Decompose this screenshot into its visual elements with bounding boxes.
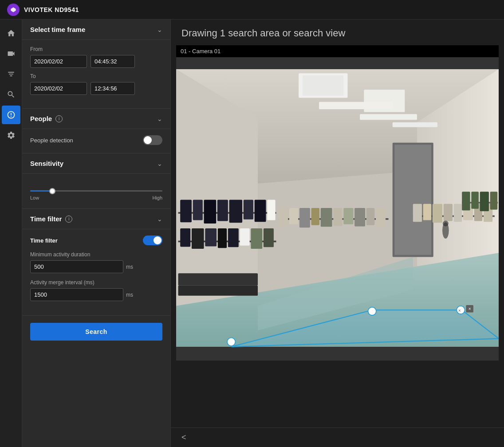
svg-rect-22 [267,200,275,220]
topbar: VIVOTEK ND9541 [0,0,504,20]
nav-camera[interactable] [2,44,20,63]
people-title: People [30,115,52,122]
svg-rect-48 [454,204,462,222]
merge-interval-label: Activity merge interval (ms) [30,279,162,286]
store-image: × × [176,57,499,359]
main-layout: Select time frame ⌄ From To People i ⌄ [0,20,504,447]
nav-playback[interactable] [2,65,20,83]
app-title: VIVOTEK ND9541 [24,6,79,13]
sensitivity-labels: Low High [30,195,162,200]
svg-rect-26 [205,228,217,246]
search-button[interactable]: Search [30,323,162,341]
svg-rect-29 [240,228,250,246]
svg-rect-16 [193,200,203,220]
svg-rect-55 [480,192,489,211]
svg-rect-10 [360,114,417,120]
people-section-header[interactable]: People i ⌄ [22,109,170,129]
svg-rect-19 [229,200,242,223]
svg-rect-21 [255,200,266,222]
svg-rect-44 [413,204,422,222]
camera-feed-container: 01 - Camera 01 [176,45,499,427]
svg-point-64 [368,307,376,315]
sensitivity-slider-container [30,185,162,193]
svg-point-60 [443,221,449,227]
bottom-bar: < [171,427,504,447]
timefilter-toggle[interactable] [143,235,162,245]
svg-rect-56 [490,192,498,209]
svg-rect-13 [394,145,431,255]
nav-search[interactable] [2,85,20,104]
people-info-icon[interactable]: i [55,115,63,122]
svg-point-63 [227,338,235,346]
main-content: Drawing 1 search area or search view 01 … [171,20,504,447]
svg-rect-7 [303,75,343,96]
back-button[interactable]: < [178,431,190,444]
svg-rect-42 [376,208,386,227]
sensitivity-content: Low High [22,174,170,209]
timefilter-content: Time filter Minimum activity duration ms… [22,229,170,316]
timeframe-title: Select time frame [30,26,85,33]
left-nav [0,20,22,447]
people-chevron-icon: ⌄ [157,115,162,122]
svg-rect-46 [433,204,442,223]
svg-rect-47 [444,204,453,221]
people-toggle-thumb [144,136,152,144]
svg-rect-45 [423,204,431,220]
home-icon [7,29,16,38]
timefilter-info-icon[interactable]: i [65,216,72,223]
to-date-input[interactable] [30,82,87,95]
playback-icon [7,70,16,78]
timefilter-toggle-row: Time filter [30,235,162,245]
from-time-input[interactable] [91,55,135,68]
search-icon [7,90,16,99]
people-detection-label: People detection [30,137,73,144]
from-row [30,55,162,68]
settings-icon [7,131,16,140]
sensitivity-slider[interactable] [30,190,162,192]
from-date-input[interactable] [30,55,87,68]
svg-rect-30 [251,228,262,249]
svg-rect-38 [333,208,342,226]
timefilter-title: Time filter [30,215,62,223]
sensitivity-chevron-icon: ⌄ [157,160,162,167]
svg-rect-24 [180,228,190,247]
timefilter-header-left: Time filter i [30,215,72,223]
people-detection-row: People detection [30,135,162,145]
timefilter-chevron-icon: ⌄ [157,216,162,223]
svg-rect-36 [311,208,319,225]
to-time-input[interactable] [91,82,135,95]
min-duration-row: ms [30,260,162,273]
nav-smart-search[interactable] [2,106,20,124]
timefilter-toggle-thumb [154,236,161,244]
nav-home[interactable] [2,24,20,43]
from-label: From [30,46,162,52]
sensitivity-section-header[interactable]: Sensitivity ⌄ [22,153,170,174]
timeframe-section-header[interactable]: Select time frame ⌄ [22,20,170,40]
timefilter-section-header[interactable]: Time filter i ⌄ [22,209,170,229]
svg-rect-53 [462,192,470,210]
svg-rect-58 [178,286,258,296]
svg-text:×: × [458,308,461,313]
svg-rect-20 [244,200,253,220]
min-duration-input[interactable] [30,260,123,273]
svg-marker-0 [11,7,16,12]
smart-search-icon [7,110,16,119]
people-content: People detection [22,129,170,153]
sensitivity-low-label: Low [30,195,39,200]
svg-rect-40 [354,208,365,226]
people-detection-toggle[interactable] [143,135,162,145]
svg-rect-15 [180,200,192,223]
svg-rect-17 [204,200,217,224]
svg-rect-27 [218,228,227,248]
merge-interval-unit: ms [126,292,133,298]
svg-rect-28 [228,228,239,247]
svg-rect-31 [264,228,274,247]
timefilter-label: Time filter [30,237,58,244]
merge-interval-input[interactable] [30,288,123,301]
app-logo [7,4,20,16]
svg-rect-39 [343,208,353,224]
svg-rect-57 [178,273,258,286]
nav-settings[interactable] [2,126,20,145]
timeframe-content: From To [22,40,170,109]
svg-rect-54 [471,192,479,209]
